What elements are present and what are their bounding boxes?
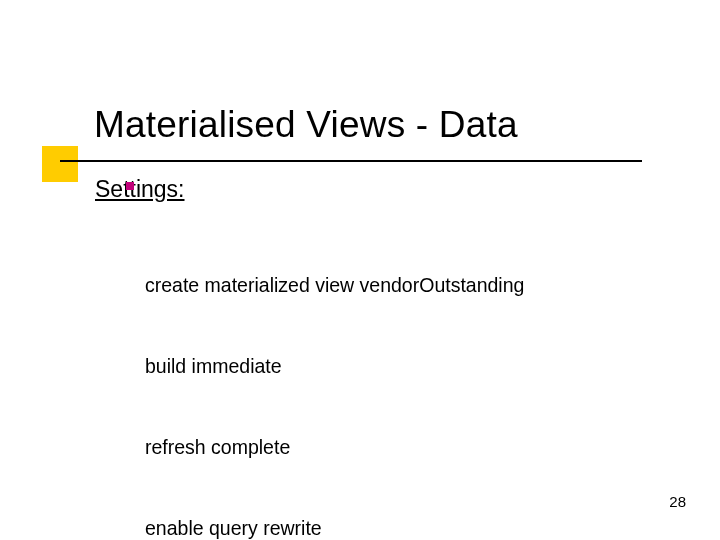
code-line: enable query rewrite (145, 515, 602, 540)
section-heading: Settings: (95, 176, 185, 203)
code-block: create materialized view vendorOutstandi… (145, 218, 602, 540)
code-line: create materialized view vendorOutstandi… (145, 272, 602, 299)
page-number: 28 (669, 493, 686, 510)
code-line: refresh complete (145, 434, 602, 461)
code-line: build immediate (145, 353, 602, 380)
slide: Materialised Views - Data Settings: crea… (0, 0, 720, 540)
title-underline (60, 160, 642, 162)
bullet-icon (126, 182, 134, 190)
slide-title: Materialised Views - Data (94, 104, 518, 146)
accent-square (42, 146, 78, 182)
